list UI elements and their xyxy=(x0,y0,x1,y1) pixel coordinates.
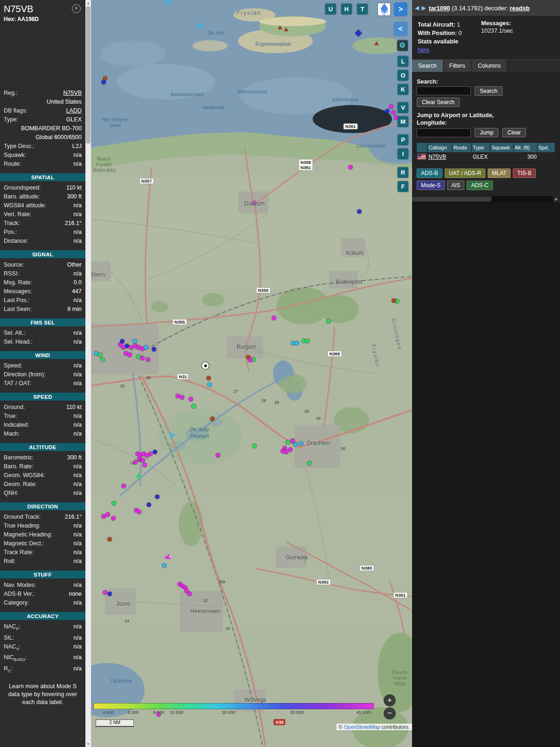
aircraft-trail-dot[interactable] xyxy=(94,352,98,356)
aircraft-trail-dot[interactable] xyxy=(148,452,153,456)
aircraft-trail-dot[interactable] xyxy=(153,450,157,454)
map-button-i[interactable]: I xyxy=(398,148,408,159)
zoom-in-button[interactable]: + xyxy=(384,694,396,706)
aircraft-trail-dot[interactable] xyxy=(306,339,310,343)
aircraft-trail-dot[interactable] xyxy=(288,448,293,452)
aircraft-callsign[interactable]: N75VB xyxy=(427,152,452,162)
search-button[interactable]: Search xyxy=(475,86,503,96)
aircraft-icon[interactable] xyxy=(135,472,142,480)
osm-link[interactable]: OpenStreetMap xyxy=(344,724,380,730)
column-header[interactable]: Alt. (ft) xyxy=(514,143,538,152)
map-button-l[interactable]: L xyxy=(398,56,408,67)
expand-panel-button[interactable]: > xyxy=(394,3,407,16)
aircraft-trail-dot[interactable] xyxy=(295,341,299,345)
aircraft-trail-dot[interactable] xyxy=(299,442,303,446)
map-button-m[interactable]: M xyxy=(398,116,408,127)
aircraft-trail-dot[interactable] xyxy=(392,299,396,303)
collapse-panel-button[interactable]: < xyxy=(394,22,407,35)
aircraft-trail-dot[interactable] xyxy=(188,592,192,596)
aircraft-trail-dot[interactable] xyxy=(284,450,288,454)
aircraft-trail-dot[interactable] xyxy=(146,358,150,362)
selected-aircraft-marker[interactable] xyxy=(202,362,209,369)
map-button-k[interactable]: K xyxy=(398,84,408,95)
aircraft-trail-dot[interactable] xyxy=(129,345,133,350)
aircraft-trail-dot[interactable] xyxy=(108,592,112,596)
aircraft-trail-dot[interactable] xyxy=(248,358,252,362)
aircraft-trail-dot[interactable] xyxy=(120,339,125,344)
map-button-o[interactable]: O xyxy=(398,70,408,81)
map-button-u[interactable]: U xyxy=(325,4,336,14)
aircraft-trail-dot[interactable] xyxy=(327,319,331,324)
column-header[interactable]: Spd. xyxy=(538,143,555,152)
hscroll-thumb[interactable] xyxy=(412,197,491,202)
aircraft-table-row[interactable]: N75VBGLEX300 xyxy=(417,152,555,162)
map-button-v[interactable]: V xyxy=(398,102,408,113)
scrollbar-thumb[interactable] xyxy=(86,6,91,144)
aircraft-trail-dot[interactable] xyxy=(286,440,290,444)
close-icon[interactable]: ✕ xyxy=(72,4,81,13)
scroll-down-icon[interactable]: ▼ xyxy=(85,741,91,747)
map-button-p[interactable]: P xyxy=(398,134,408,145)
tab-columns[interactable]: Columns xyxy=(472,60,507,72)
aircraft-trail-dot[interactable] xyxy=(189,397,193,402)
aircraft-trail-dot[interactable] xyxy=(192,404,196,409)
aircraft-trail-dot[interactable] xyxy=(389,105,393,109)
aircraft-trail-dot[interactable] xyxy=(308,461,312,465)
aircraft-trail-dot[interactable] xyxy=(133,339,137,344)
column-header[interactable]: Type xyxy=(472,143,490,152)
aircraft-icon[interactable] xyxy=(163,554,171,561)
aircraft-trail-dot[interactable] xyxy=(108,537,112,542)
tab-search[interactable]: Search xyxy=(412,60,443,72)
panel-resize-arrows-icon[interactable]: ◀ ▶ xyxy=(415,5,427,11)
stats-here-link[interactable]: here xyxy=(418,47,429,53)
aircraft-trail-dot[interactable] xyxy=(102,514,106,519)
aircraft-trail-dot[interactable] xyxy=(294,443,298,447)
filter-mode-s[interactable]: Mode-S xyxy=(417,181,445,190)
aircraft-trail-dot[interactable] xyxy=(155,495,160,499)
aircraft-trail-dot[interactable] xyxy=(137,510,141,514)
aircraft-trail-dot[interactable] xyxy=(162,564,167,568)
filter-ads-b[interactable]: ADS-B xyxy=(417,169,442,178)
tab-filters[interactable]: Filters xyxy=(443,60,472,72)
jump-input[interactable] xyxy=(417,128,471,137)
aircraft-trail-dot[interactable] xyxy=(125,344,129,348)
tar1090-link[interactable]: tar1090 xyxy=(429,5,450,12)
aircraft-trail-dot[interactable] xyxy=(102,80,106,85)
aircraft-trail-dot[interactable] xyxy=(176,394,180,398)
filter-uat-ads-r[interactable]: UAT / ADS-R xyxy=(445,169,486,178)
clear-jump-button[interactable]: Clear xyxy=(502,128,526,137)
sidebar-scrollbar[interactable]: ▲ ▼ xyxy=(85,0,91,747)
search-input[interactable] xyxy=(417,86,471,95)
aircraft-trail-dot[interactable] xyxy=(147,503,151,507)
aircraft-trail-dot[interactable] xyxy=(357,210,362,214)
map-button-f[interactable]: F xyxy=(398,181,408,192)
filter-ads-c[interactable]: ADS-C xyxy=(467,181,492,190)
aircraft-icon[interactable] xyxy=(167,430,176,439)
aircraft-trail-dot[interactable] xyxy=(101,358,105,362)
column-header[interactable] xyxy=(417,143,427,152)
column-header[interactable]: Route xyxy=(452,143,472,152)
filter-mlat[interactable]: MLAT xyxy=(488,169,511,178)
info-value[interactable]: N75VB xyxy=(63,90,82,97)
readsb-link[interactable]: readsb xyxy=(510,5,530,12)
aircraft-trail-dot[interactable] xyxy=(112,501,116,506)
hscroll-right-icon[interactable]: ▶ xyxy=(553,196,560,202)
aircraft-trail-dot[interactable] xyxy=(207,376,211,381)
aircraft-trail-dot[interactable] xyxy=(272,316,276,320)
aircraft-icon[interactable] xyxy=(355,30,362,36)
aircraft-trail-dot[interactable] xyxy=(349,165,353,169)
aircraft-trail-dot[interactable] xyxy=(106,513,110,517)
filter-tis-b[interactable]: TIS-B xyxy=(513,169,536,178)
map[interactable]: FryslânDe HônEngelsmanplaatAmelanderwadW… xyxy=(91,0,412,747)
aircraft-trail-dot[interactable] xyxy=(103,591,107,595)
aircraft-trail-dot[interactable] xyxy=(143,463,147,467)
zoom-out-button[interactable]: − xyxy=(384,707,396,719)
aircraft-trail-dot[interactable] xyxy=(98,353,102,357)
aircraft-trail-dot[interactable] xyxy=(112,516,116,521)
aircraft-trail-dot[interactable] xyxy=(144,345,148,350)
aircraft-trail-dot[interactable] xyxy=(210,417,215,421)
aircraft-trail-dot[interactable] xyxy=(140,356,145,360)
scroll-up-icon[interactable]: ▲ xyxy=(85,0,91,6)
jump-button[interactable]: Jump xyxy=(475,128,498,137)
settings-gear-button[interactable]: ⚙ xyxy=(397,40,408,51)
